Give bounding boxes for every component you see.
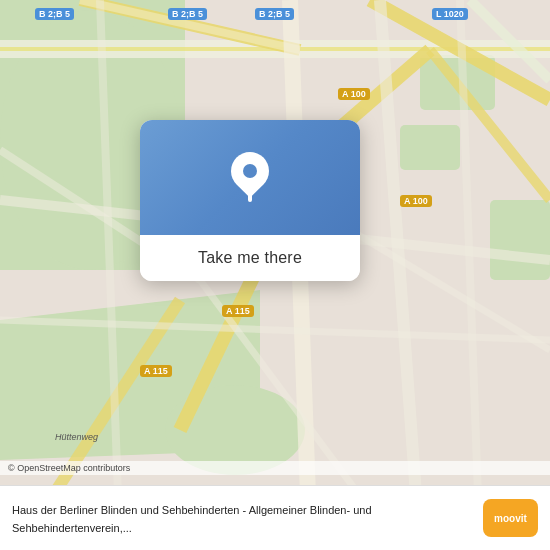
- location-card: Take me there: [140, 120, 360, 281]
- location-title: Haus der Berliner Blinden und Sehbehinde…: [12, 504, 372, 534]
- badge-a115-1: A 115: [222, 305, 254, 317]
- map-container: B 2;B 5 B 2;B 5 B 2;B 5 L 1020 A 100 A 1…: [0, 0, 550, 550]
- pin-head: [223, 144, 277, 198]
- moovit-logo-text: moovit: [494, 513, 527, 524]
- hüttenweg-label: Hüttenweg: [55, 432, 98, 442]
- badge-b2b5-3: B 2;B 5: [255, 8, 294, 20]
- location-pin: [231, 152, 269, 204]
- badge-b2b5-1: B 2;B 5: [35, 8, 74, 20]
- badge-a115-2: A 115: [140, 365, 172, 377]
- take-me-there-button[interactable]: Take me there: [140, 235, 360, 281]
- badge-a100-2: A 100: [400, 195, 432, 207]
- card-map-preview: [140, 120, 360, 235]
- badge-l1020: L 1020: [432, 8, 468, 20]
- attribution-text: © OpenStreetMap contributors: [8, 463, 130, 473]
- copyright-bar: © OpenStreetMap contributors: [0, 461, 550, 475]
- pin-dot: [243, 164, 257, 178]
- badge-a100-1: A 100: [338, 88, 370, 100]
- info-text-container: Haus der Berliner Blinden und Sehbehinde…: [12, 500, 483, 537]
- moovit-logo: moovit: [483, 499, 538, 537]
- badge-b2b5-2: B 2;B 5: [168, 8, 207, 20]
- info-bar: Haus der Berliner Blinden und Sehbehinde…: [0, 485, 550, 550]
